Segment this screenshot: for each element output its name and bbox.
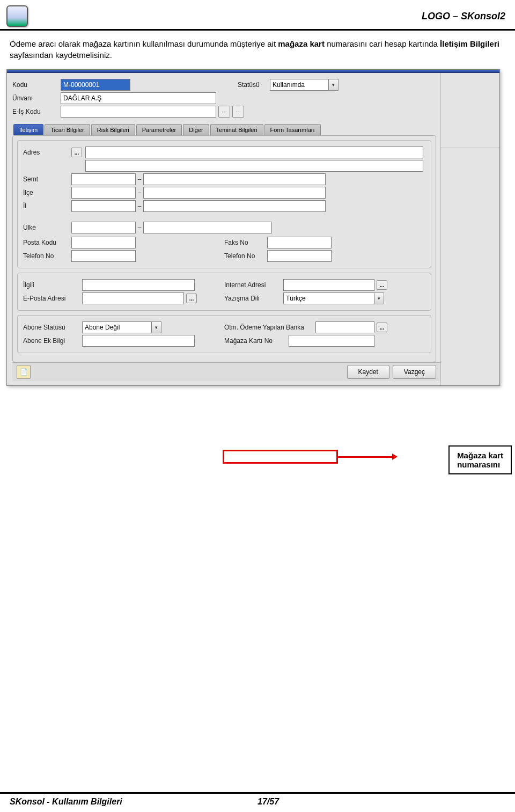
tab-teminat-bilgileri[interactable]: Teminat Bilgileri bbox=[210, 124, 263, 135]
chevron-down-icon: ▾ bbox=[332, 82, 335, 87]
footer-page-number: 17/57 bbox=[258, 797, 505, 807]
semt-name-input[interactable] bbox=[143, 173, 326, 185]
window-footer: 📄 Kaydet Vazgeç bbox=[12, 362, 440, 381]
sep: – bbox=[136, 202, 143, 210]
adres-input-2[interactable] bbox=[85, 160, 423, 172]
telefon2-input[interactable] bbox=[267, 250, 332, 262]
telefon-input[interactable] bbox=[71, 250, 136, 262]
il-code-input[interactable] bbox=[71, 200, 136, 212]
kodu-label: Kodu bbox=[12, 81, 61, 89]
side-panel-top bbox=[441, 73, 499, 148]
callout-highlight-rect bbox=[223, 450, 338, 464]
telefon-label: Telefon No bbox=[23, 252, 71, 260]
callout-line1: Mağaza kart bbox=[457, 451, 503, 460]
ulke-name-input[interactable] bbox=[143, 222, 272, 233]
otm-banka-label: Otm. Ödeme Yapılan Banka bbox=[224, 324, 315, 331]
group-adres: Adres ... Semt – bbox=[17, 140, 431, 268]
tab-risk-bilgileri[interactable]: Risk Bilgileri bbox=[91, 124, 135, 135]
adres-dots-button[interactable]: ... bbox=[71, 148, 82, 157]
otm-banka-input[interactable] bbox=[315, 321, 374, 333]
tabs: İletişim Ticari Bilgiler Risk Bilgileri … bbox=[12, 124, 440, 135]
callout-box: Mağaza kart numarasını bbox=[448, 445, 512, 474]
kodu-input[interactable] bbox=[61, 79, 130, 91]
dots-icon: ... bbox=[189, 296, 194, 302]
chevron-down-icon: ▾ bbox=[155, 325, 158, 330]
posta-input[interactable] bbox=[71, 237, 136, 248]
tab-form-tasarimlari[interactable]: Form Tasarımları bbox=[264, 124, 321, 135]
eis-lookup-1-button[interactable]: ⋯ bbox=[218, 106, 230, 118]
internet-dots-button[interactable]: ... bbox=[377, 280, 387, 290]
window-side-panel bbox=[440, 73, 499, 385]
body-text-b: numarasını cari hesap kartında bbox=[327, 39, 440, 48]
faks-label: Faks No bbox=[224, 239, 267, 246]
posta-label: Posta Kodu bbox=[23, 239, 71, 246]
internet-input[interactable] bbox=[283, 279, 374, 291]
ilce-code-input[interactable] bbox=[71, 187, 136, 199]
ilgili-input[interactable] bbox=[82, 279, 195, 291]
tab-iletisim[interactable]: İletişim bbox=[13, 124, 43, 135]
abone-statu-input[interactable] bbox=[82, 321, 152, 333]
il-name-input[interactable] bbox=[143, 200, 326, 212]
internet-label: Internet Adresi bbox=[224, 281, 283, 289]
dots-icon: ... bbox=[75, 150, 79, 156]
magaza-kart-input[interactable] bbox=[289, 335, 374, 347]
group-abone: Abone Statüsü ▾ Abone Ek Bilgi O bbox=[17, 315, 431, 353]
statu-input[interactable] bbox=[270, 79, 329, 91]
vazgec-button[interactable]: Vazgeç bbox=[393, 365, 436, 379]
statu-dropdown[interactable]: ▾ bbox=[329, 79, 339, 91]
notes-icon[interactable]: 📄 bbox=[17, 365, 31, 379]
sep: – bbox=[136, 175, 143, 183]
body-text-c: sayfasından kaydetmelisiniz. bbox=[10, 50, 112, 60]
callout-line2: numarasını bbox=[457, 460, 503, 469]
abone-ek-label: Abone Ek Bilgi bbox=[23, 337, 82, 345]
abone-statu-dropdown[interactable]: ▾ bbox=[152, 321, 161, 333]
body-paragraph: Ödeme aracı olarak mağaza kartının kulla… bbox=[0, 31, 515, 66]
body-text-bold2: İletişim Bilgileri bbox=[440, 39, 499, 48]
sep: – bbox=[136, 189, 143, 196]
body-text-bold1: mağaza kart bbox=[278, 39, 325, 48]
app-window: Kodu Statüsü ▾ Ünvanı E-İş Kodu ⋯ ⋯ İlet… bbox=[6, 69, 500, 386]
otm-banka-dots-button[interactable]: ... bbox=[377, 323, 387, 332]
tab-parametreler[interactable]: Parametreler bbox=[136, 124, 182, 135]
chevron-down-icon: ▾ bbox=[378, 296, 380, 301]
footer-left: SKonsol - Kullanım Bilgileri bbox=[10, 797, 258, 807]
tab-content-iletisim: Adres ... Semt – bbox=[12, 135, 436, 362]
page-header: LOGO – SKonsol2 bbox=[0, 0, 515, 31]
kaydet-button[interactable]: Kaydet bbox=[347, 365, 389, 379]
header-title: LOGO – SKonsol2 bbox=[422, 11, 505, 22]
dil-label: Yazışma Dili bbox=[224, 295, 283, 302]
tab-ticari-bilgiler[interactable]: Ticari Bilgiler bbox=[45, 124, 90, 135]
eis-label: E-İş Kodu bbox=[12, 108, 61, 115]
abone-statu-label: Abone Statüsü bbox=[23, 324, 82, 331]
semt-label: Semt bbox=[23, 175, 71, 183]
abone-ek-input[interactable] bbox=[82, 335, 195, 347]
statu-label: Statüsü bbox=[238, 81, 270, 89]
callout-arrow-line bbox=[337, 456, 393, 458]
eis-lookup-2-button[interactable]: ⋯ bbox=[232, 106, 244, 118]
il-label: İl bbox=[23, 202, 71, 210]
eposta-dots-button[interactable]: ... bbox=[186, 294, 197, 303]
eposta-label: E-Posta Adresi bbox=[23, 295, 82, 302]
dots-icon: ... bbox=[380, 282, 384, 288]
dil-input[interactable] bbox=[283, 292, 374, 304]
ulke-code-input[interactable] bbox=[71, 222, 136, 233]
page-footer: SKonsol - Kullanım Bilgileri 17/57 bbox=[0, 792, 515, 807]
faks-input[interactable] bbox=[267, 237, 332, 248]
adres-label: Adres bbox=[23, 149, 71, 156]
ilce-name-input[interactable] bbox=[143, 187, 326, 199]
sep: – bbox=[136, 224, 143, 231]
eposta-input[interactable] bbox=[82, 292, 184, 304]
ulke-label: Ülke bbox=[23, 224, 71, 231]
dots-icon: ... bbox=[380, 325, 384, 331]
unvan-input[interactable] bbox=[61, 92, 216, 104]
semt-code-input[interactable] bbox=[71, 173, 136, 185]
tab-diger[interactable]: Diğer bbox=[183, 124, 209, 135]
unvan-label: Ünvanı bbox=[12, 94, 61, 102]
magaza-kart-label: Mağaza Kartı No bbox=[224, 337, 289, 345]
adres-input-1[interactable] bbox=[85, 147, 423, 158]
logo-icon bbox=[6, 5, 28, 27]
ilce-label: İlçe bbox=[23, 189, 71, 196]
dil-dropdown[interactable]: ▾ bbox=[374, 292, 384, 304]
ilgili-label: İlgili bbox=[23, 281, 82, 289]
eis-input[interactable] bbox=[61, 106, 216, 118]
